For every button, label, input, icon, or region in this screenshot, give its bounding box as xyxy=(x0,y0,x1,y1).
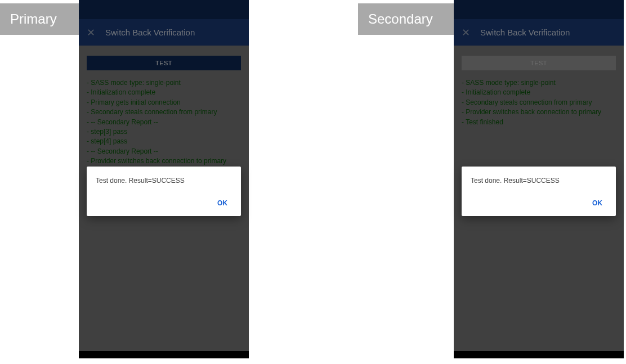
log-list: SASS mode type: single-point Initializat… xyxy=(87,78,241,176)
nav-bar xyxy=(454,351,624,358)
ok-button[interactable]: OK xyxy=(588,196,607,210)
primary-device: ✕ Switch Back Verification TEST SASS mod… xyxy=(79,0,249,358)
status-bar xyxy=(79,0,249,19)
dialog-message: Test done. Result=SUCCESS xyxy=(471,177,607,185)
log-line: Provider switches back connection to pri… xyxy=(87,156,241,166)
test-button[interactable]: TEST xyxy=(462,56,616,70)
log-line: step[4] pass xyxy=(87,137,241,146)
close-icon[interactable]: ✕ xyxy=(462,28,470,38)
log-line: step[3] pass xyxy=(87,127,241,137)
app-bar: ✕ Switch Back Verification xyxy=(79,19,249,46)
log-line: Provider switches back connection to pri… xyxy=(462,107,616,117)
content-area: TEST SASS mode type: single-point Initia… xyxy=(79,46,249,176)
app-bar: ✕ Switch Back Verification xyxy=(454,19,624,46)
nav-bar xyxy=(79,351,249,358)
ok-button[interactable]: OK xyxy=(213,196,232,210)
test-button[interactable]: TEST xyxy=(87,56,241,70)
log-line: Secondary steals connection from primary xyxy=(87,107,241,117)
result-dialog: Test done. Result=SUCCESS OK xyxy=(87,167,241,216)
secondary-device: ✕ Switch Back Verification TEST SASS mod… xyxy=(454,0,624,358)
content-area: TEST SASS mode type: single-point Initia… xyxy=(454,46,624,127)
close-icon[interactable]: ✕ xyxy=(87,28,95,38)
log-line: Initialization complete xyxy=(87,88,241,97)
device-label-secondary: Secondary xyxy=(358,3,454,35)
status-bar xyxy=(454,0,624,19)
page-title: Switch Back Verification xyxy=(480,28,570,37)
log-line: -- Secondary Report -- xyxy=(87,118,241,127)
result-dialog: Test done. Result=SUCCESS OK xyxy=(462,167,616,216)
log-line: SASS mode type: single-point xyxy=(87,78,241,88)
device-label-primary: Primary xyxy=(0,3,79,35)
log-line: Secondary steals connection from primary xyxy=(462,98,616,107)
log-line: Initialization complete xyxy=(462,88,616,97)
log-list: SASS mode type: single-point Initializat… xyxy=(462,78,616,127)
log-line: SASS mode type: single-point xyxy=(462,78,616,88)
page-title: Switch Back Verification xyxy=(105,28,195,37)
dialog-message: Test done. Result=SUCCESS xyxy=(96,177,232,185)
log-line: -- Secondary Report -- xyxy=(87,147,241,156)
log-line: Test finished xyxy=(462,118,616,127)
log-line: Primary gets initial connection xyxy=(87,98,241,107)
